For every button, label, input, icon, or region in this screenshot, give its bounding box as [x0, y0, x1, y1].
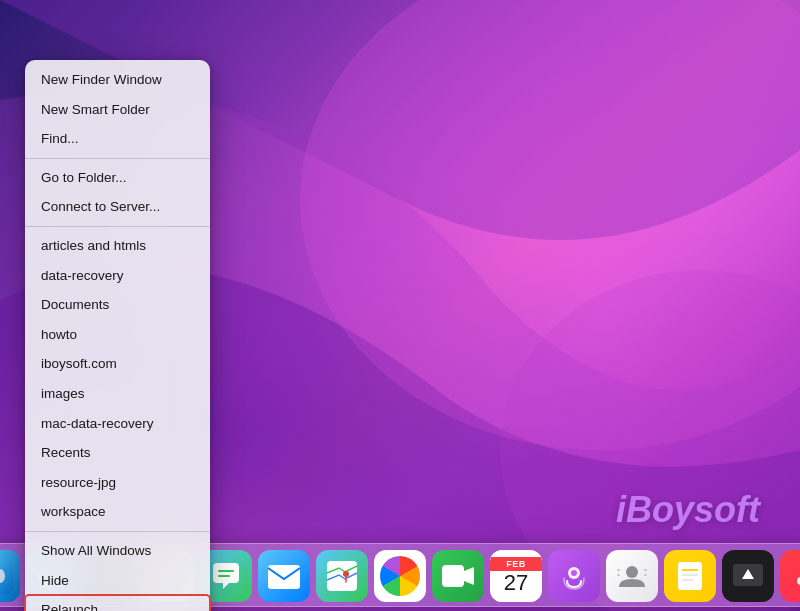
- svg-rect-35: [617, 569, 620, 571]
- menu-item-workspace[interactable]: workspace: [25, 497, 210, 527]
- menu-separator-2: [25, 226, 210, 227]
- dock-icon-calendar[interactable]: FEB 27: [490, 550, 542, 602]
- dock-icon-podcasts[interactable]: [548, 550, 600, 602]
- menu-item-articles[interactable]: articles and htmls: [25, 231, 210, 261]
- menu-item-new-smart-folder[interactable]: New Smart Folder: [25, 95, 210, 125]
- svg-rect-31: [442, 565, 464, 587]
- iboysoft-watermark: iBoysoft: [616, 489, 760, 531]
- menu-item-mac-data-recovery[interactable]: mac-data-recovery: [25, 409, 210, 439]
- svg-rect-37: [644, 569, 647, 571]
- svg-rect-28: [268, 565, 300, 589]
- svg-rect-39: [678, 562, 702, 590]
- dock-icon-finder[interactable]: [0, 550, 20, 602]
- dock-icon-mail[interactable]: [258, 550, 310, 602]
- menu-item-relaunch[interactable]: Relaunch: [25, 595, 210, 611]
- menu-item-recents[interactable]: Recents: [25, 438, 210, 468]
- menu-item-show-all-windows[interactable]: Show All Windows: [25, 536, 210, 566]
- menu-item-hide[interactable]: Hide: [25, 566, 210, 596]
- svg-point-33: [571, 570, 577, 576]
- dock-icon-facetime[interactable]: [432, 550, 484, 602]
- dock-icon-photos[interactable]: [374, 550, 426, 602]
- menu-separator-1: [25, 158, 210, 159]
- menu-separator-3: [25, 531, 210, 532]
- menu-item-documents[interactable]: Documents: [25, 290, 210, 320]
- dock-icon-music[interactable]: [780, 550, 800, 602]
- dock-icon-appletv[interactable]: [722, 550, 774, 602]
- menu-item-connect-to-server[interactable]: Connect to Server...: [25, 192, 210, 222]
- dock-icon-maps[interactable]: [316, 550, 368, 602]
- calendar-month: FEB: [490, 557, 542, 571]
- menu-item-images[interactable]: images: [25, 379, 210, 409]
- dock-icon-contacts[interactable]: [606, 550, 658, 602]
- menu-item-find[interactable]: Find...: [25, 124, 210, 154]
- svg-rect-36: [617, 574, 620, 576]
- menu-item-go-to-folder[interactable]: Go to Folder...: [25, 163, 210, 193]
- menu-item-data-recovery[interactable]: data-recovery: [25, 261, 210, 291]
- dock-icon-notes[interactable]: [664, 550, 716, 602]
- calendar-day: 27: [504, 571, 528, 595]
- svg-point-34: [626, 566, 638, 578]
- svg-rect-38: [644, 574, 647, 576]
- context-menu: New Finder Window New Smart Folder Find.…: [25, 60, 210, 611]
- menu-item-resource-jpg[interactable]: resource-jpg: [25, 468, 210, 498]
- menu-item-iboysoft[interactable]: iboysoft.com: [25, 349, 210, 379]
- menu-item-new-finder-window[interactable]: New Finder Window: [25, 65, 210, 95]
- menu-item-howto[interactable]: howto: [25, 320, 210, 350]
